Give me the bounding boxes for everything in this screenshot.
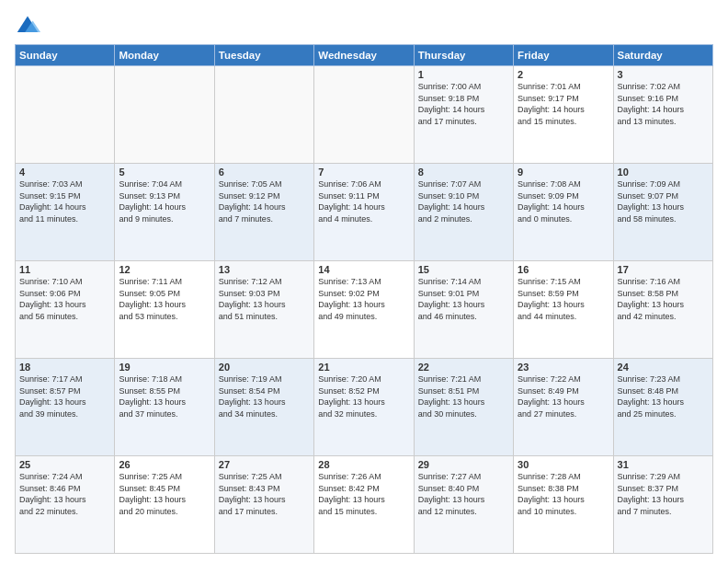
calendar-cell: 5Sunrise: 7:04 AM Sunset: 9:13 PM Daylig…: [115, 164, 214, 261]
day-number: 29: [418, 459, 509, 470]
day-number: 8: [418, 167, 509, 178]
day-info: Sunrise: 7:00 AM Sunset: 9:18 PM Dayligh…: [418, 81, 509, 127]
day-info: Sunrise: 7:14 AM Sunset: 9:01 PM Dayligh…: [418, 276, 509, 322]
weekday-header-sunday: Sunday: [16, 45, 115, 66]
day-number: 28: [318, 459, 409, 470]
calendar-cell: 23Sunrise: 7:22 AM Sunset: 8:49 PM Dayli…: [514, 359, 613, 456]
day-number: 22: [418, 362, 509, 373]
calendar-cell: 2Sunrise: 7:01 AM Sunset: 9:17 PM Daylig…: [514, 66, 613, 164]
day-number: 17: [618, 264, 709, 275]
day-number: 13: [219, 264, 310, 275]
day-number: 26: [119, 459, 210, 470]
calendar-cell: 8Sunrise: 7:07 AM Sunset: 9:10 PM Daylig…: [414, 164, 513, 261]
day-info: Sunrise: 7:02 AM Sunset: 9:16 PM Dayligh…: [618, 81, 709, 127]
day-number: 21: [318, 362, 409, 373]
day-info: Sunrise: 7:22 AM Sunset: 8:49 PM Dayligh…: [518, 373, 609, 419]
day-info: Sunrise: 7:27 AM Sunset: 8:40 PM Dayligh…: [418, 471, 509, 517]
day-number: 10: [618, 167, 709, 178]
calendar-cell: [314, 66, 414, 164]
day-number: 6: [219, 167, 310, 178]
calendar-cell: 11Sunrise: 7:10 AM Sunset: 9:06 PM Dayli…: [16, 261, 115, 359]
calendar-cell: 16Sunrise: 7:15 AM Sunset: 8:59 PM Dayli…: [514, 261, 613, 359]
day-info: Sunrise: 7:19 AM Sunset: 8:54 PM Dayligh…: [219, 373, 310, 419]
day-info: Sunrise: 7:28 AM Sunset: 8:38 PM Dayligh…: [518, 471, 609, 517]
day-info: Sunrise: 7:09 AM Sunset: 9:07 PM Dayligh…: [618, 178, 709, 224]
calendar-cell: 6Sunrise: 7:05 AM Sunset: 9:12 PM Daylig…: [214, 164, 313, 261]
day-info: Sunrise: 7:25 AM Sunset: 8:43 PM Dayligh…: [219, 471, 310, 517]
calendar-cell: 20Sunrise: 7:19 AM Sunset: 8:54 PM Dayli…: [214, 359, 313, 456]
day-info: Sunrise: 7:29 AM Sunset: 8:37 PM Dayligh…: [618, 471, 709, 517]
weekday-header-friday: Friday: [514, 45, 613, 66]
day-info: Sunrise: 7:23 AM Sunset: 8:48 PM Dayligh…: [618, 373, 709, 419]
weekday-header-tuesday: Tuesday: [214, 45, 313, 66]
day-info: Sunrise: 7:17 AM Sunset: 8:57 PM Dayligh…: [19, 373, 110, 419]
calendar-cell: 1Sunrise: 7:00 AM Sunset: 9:18 PM Daylig…: [414, 66, 513, 164]
calendar-week-1: 1Sunrise: 7:00 AM Sunset: 9:18 PM Daylig…: [16, 66, 713, 164]
calendar-cell: [16, 66, 115, 164]
calendar-cell: 15Sunrise: 7:14 AM Sunset: 9:01 PM Dayli…: [414, 261, 513, 359]
day-number: 15: [418, 264, 509, 275]
day-number: 4: [19, 167, 110, 178]
page: SundayMondayTuesdayWednesdayThursdayFrid…: [0, 0, 728, 563]
calendar-cell: 19Sunrise: 7:18 AM Sunset: 8:55 PM Dayli…: [115, 359, 214, 456]
day-info: Sunrise: 7:18 AM Sunset: 8:55 PM Dayligh…: [119, 373, 210, 419]
day-info: Sunrise: 7:20 AM Sunset: 8:52 PM Dayligh…: [318, 373, 409, 419]
day-number: 19: [119, 362, 210, 373]
calendar-cell: 12Sunrise: 7:11 AM Sunset: 9:05 PM Dayli…: [115, 261, 214, 359]
calendar-cell: 9Sunrise: 7:08 AM Sunset: 9:09 PM Daylig…: [514, 164, 613, 261]
calendar-cell: [115, 66, 214, 164]
calendar-cell: 17Sunrise: 7:16 AM Sunset: 8:58 PM Dayli…: [613, 261, 712, 359]
day-number: 20: [219, 362, 310, 373]
calendar-cell: 31Sunrise: 7:29 AM Sunset: 8:37 PM Dayli…: [613, 456, 712, 554]
calendar-week-3: 11Sunrise: 7:10 AM Sunset: 9:06 PM Dayli…: [16, 261, 713, 359]
weekday-header-row: SundayMondayTuesdayWednesdayThursdayFrid…: [16, 45, 713, 66]
day-number: 3: [618, 69, 709, 80]
day-info: Sunrise: 7:26 AM Sunset: 8:42 PM Dayligh…: [318, 471, 409, 517]
day-info: Sunrise: 7:15 AM Sunset: 8:59 PM Dayligh…: [518, 276, 609, 322]
day-number: 24: [618, 362, 709, 373]
calendar-week-4: 18Sunrise: 7:17 AM Sunset: 8:57 PM Dayli…: [16, 359, 713, 456]
day-info: Sunrise: 7:01 AM Sunset: 9:17 PM Dayligh…: [518, 81, 609, 127]
day-info: Sunrise: 7:06 AM Sunset: 9:11 PM Dayligh…: [318, 178, 409, 224]
day-info: Sunrise: 7:03 AM Sunset: 9:15 PM Dayligh…: [19, 178, 110, 224]
calendar-cell: 13Sunrise: 7:12 AM Sunset: 9:03 PM Dayli…: [214, 261, 313, 359]
day-info: Sunrise: 7:10 AM Sunset: 9:06 PM Dayligh…: [19, 276, 110, 322]
day-number: 25: [19, 459, 110, 470]
calendar-week-5: 25Sunrise: 7:24 AM Sunset: 8:46 PM Dayli…: [16, 456, 713, 554]
day-info: Sunrise: 7:16 AM Sunset: 8:58 PM Dayligh…: [618, 276, 709, 322]
day-number: 12: [119, 264, 210, 275]
day-number: 23: [518, 362, 609, 373]
weekday-header-saturday: Saturday: [613, 45, 712, 66]
day-info: Sunrise: 7:12 AM Sunset: 9:03 PM Dayligh…: [219, 276, 310, 322]
weekday-header-wednesday: Wednesday: [314, 45, 414, 66]
day-number: 31: [618, 459, 709, 470]
logo: [15, 13, 42, 39]
calendar-cell: 7Sunrise: 7:06 AM Sunset: 9:11 PM Daylig…: [314, 164, 414, 261]
day-number: 16: [518, 264, 609, 275]
day-number: 2: [518, 69, 609, 80]
calendar-cell: 29Sunrise: 7:27 AM Sunset: 8:40 PM Dayli…: [414, 456, 513, 554]
calendar-cell: 10Sunrise: 7:09 AM Sunset: 9:07 PM Dayli…: [613, 164, 712, 261]
day-info: Sunrise: 7:08 AM Sunset: 9:09 PM Dayligh…: [518, 178, 609, 224]
calendar-cell: 27Sunrise: 7:25 AM Sunset: 8:43 PM Dayli…: [214, 456, 313, 554]
calendar-cell: 25Sunrise: 7:24 AM Sunset: 8:46 PM Dayli…: [16, 456, 115, 554]
calendar-cell: 30Sunrise: 7:28 AM Sunset: 8:38 PM Dayli…: [514, 456, 613, 554]
calendar-cell: 28Sunrise: 7:26 AM Sunset: 8:42 PM Dayli…: [314, 456, 414, 554]
header: [15, 9, 713, 39]
day-number: 9: [518, 167, 609, 178]
day-number: 7: [318, 167, 409, 178]
day-number: 18: [19, 362, 110, 373]
calendar-cell: 26Sunrise: 7:25 AM Sunset: 8:45 PM Dayli…: [115, 456, 214, 554]
day-info: Sunrise: 7:21 AM Sunset: 8:51 PM Dayligh…: [418, 373, 509, 419]
calendar-cell: 24Sunrise: 7:23 AM Sunset: 8:48 PM Dayli…: [613, 359, 712, 456]
calendar-week-2: 4Sunrise: 7:03 AM Sunset: 9:15 PM Daylig…: [16, 164, 713, 261]
day-number: 5: [119, 167, 210, 178]
day-number: 14: [318, 264, 409, 275]
calendar-cell: 14Sunrise: 7:13 AM Sunset: 9:02 PM Dayli…: [314, 261, 414, 359]
calendar-cell: 4Sunrise: 7:03 AM Sunset: 9:15 PM Daylig…: [16, 164, 115, 261]
day-number: 11: [19, 264, 110, 275]
day-info: Sunrise: 7:24 AM Sunset: 8:46 PM Dayligh…: [19, 471, 110, 517]
day-info: Sunrise: 7:11 AM Sunset: 9:05 PM Dayligh…: [119, 276, 210, 322]
calendar-cell: 21Sunrise: 7:20 AM Sunset: 8:52 PM Dayli…: [314, 359, 414, 456]
calendar-cell: 22Sunrise: 7:21 AM Sunset: 8:51 PM Dayli…: [414, 359, 513, 456]
